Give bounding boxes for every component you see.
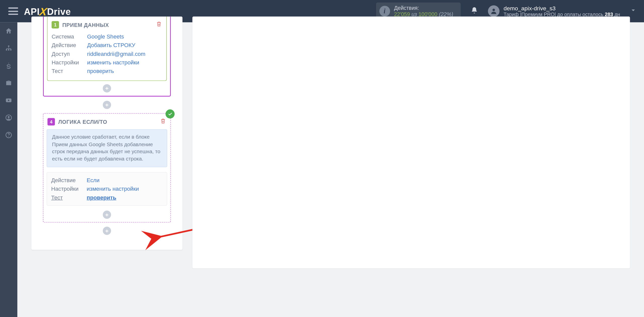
user-menu[interactable]: demo_apix-drive_s3 Тариф |Премиум PRO| д… (488, 5, 620, 17)
row-value-link[interactable]: проверить (87, 194, 116, 201)
block-number-badge: 1 (52, 21, 59, 29)
delete-block-icon[interactable] (156, 21, 162, 29)
row-label: Действие (52, 42, 87, 48)
logo-text-pre: API (24, 6, 40, 17)
notifications-icon[interactable] (470, 7, 479, 16)
menu-toggle-icon[interactable] (8, 8, 18, 15)
svg-rect-4 (10, 49, 12, 51)
avatar-icon (488, 5, 499, 17)
actions-label: Действия: (394, 5, 453, 11)
add-step-button[interactable]: + (103, 227, 111, 235)
left-sidebar (0, 22, 17, 317)
app-logo: APIXDrive (24, 5, 71, 18)
config-row: Доступriddleandrii@gmail.com (52, 50, 162, 58)
row-value-link[interactable]: riddleandrii@gmail.com (87, 51, 145, 57)
block-title: ЛОГИКА ЕСЛИ/ТО (58, 119, 107, 125)
add-inner-step-button[interactable]: + (103, 84, 111, 93)
add-step-button[interactable]: + (103, 101, 111, 109)
content-area: 1 ПРИЕМ ДАННЫХ СистемаGoogle SheetsДейст… (17, 22, 644, 317)
chevron-down-icon[interactable] (630, 7, 636, 15)
nav-connections-icon[interactable] (0, 40, 17, 57)
nav-briefcase-icon[interactable] (0, 74, 17, 92)
svg-rect-1 (8, 46, 9, 47)
svg-rect-3 (8, 49, 9, 51)
config-row: Тестпроверить (51, 193, 163, 202)
svg-point-0 (492, 9, 495, 11)
info-icon: i (379, 6, 390, 17)
check-badge-icon (166, 109, 175, 118)
detail-panel (192, 17, 630, 268)
config-row: Настройкиизменить настройки (52, 58, 162, 67)
block-title: ПРИЕМ ДАННЫХ (62, 22, 109, 28)
row-label: Действие (51, 177, 87, 183)
logic-if-block: 4 ЛОГИКА ЕСЛИ/ТО Данное условие сработае… (43, 113, 171, 223)
svg-rect-2 (6, 49, 7, 51)
row-value-link[interactable]: Добавить СТРОКУ (87, 42, 135, 48)
row-value-link[interactable]: Если (87, 177, 100, 183)
config-row: ДействиеЕсли (51, 176, 163, 184)
delete-block-icon[interactable] (160, 118, 166, 126)
workflow-card: 1 ПРИЕМ ДАННЫХ СистемаGoogle SheetsДейст… (31, 17, 183, 250)
nav-help-icon[interactable] (0, 126, 17, 144)
nav-billing-icon[interactable] (0, 57, 17, 74)
block-number-badge: 4 (48, 118, 55, 126)
row-label: Тест (52, 68, 87, 74)
block-description: Данное условие сработает, если в блоке П… (47, 129, 167, 167)
config-row: СистемаGoogle Sheets (52, 32, 162, 41)
config-row: Настройкиизменить настройки (51, 185, 163, 193)
add-inner-step-button[interactable]: + (103, 211, 111, 219)
svg-point-7 (8, 116, 10, 118)
nav-home-icon[interactable] (0, 22, 17, 40)
row-label: Настройки (52, 59, 87, 66)
row-label: Система (52, 33, 87, 40)
row-label: Доступ (52, 51, 87, 57)
row-label: Тест (51, 194, 87, 201)
row-value-link[interactable]: Google Sheets (87, 33, 124, 40)
config-row: Тестпроверить (52, 67, 162, 75)
username: demo_apix-drive_s3 (504, 5, 620, 12)
row-value-link[interactable]: изменить настройки (87, 59, 139, 66)
svg-point-9 (8, 136, 9, 137)
logo-x-icon: X (39, 5, 48, 18)
nav-video-icon[interactable] (0, 92, 17, 109)
data-receive-block: 1 ПРИЕМ ДАННЫХ СистемаGoogle SheetsДейст… (43, 17, 171, 97)
row-value-link[interactable]: изменить настройки (87, 186, 139, 192)
nav-account-icon[interactable] (0, 109, 17, 126)
row-value-link[interactable]: проверить (87, 68, 114, 74)
logo-text-post: Drive (47, 6, 71, 17)
config-row: ДействиеДобавить СТРОКУ (52, 41, 162, 49)
row-label: Настройки (51, 186, 87, 192)
